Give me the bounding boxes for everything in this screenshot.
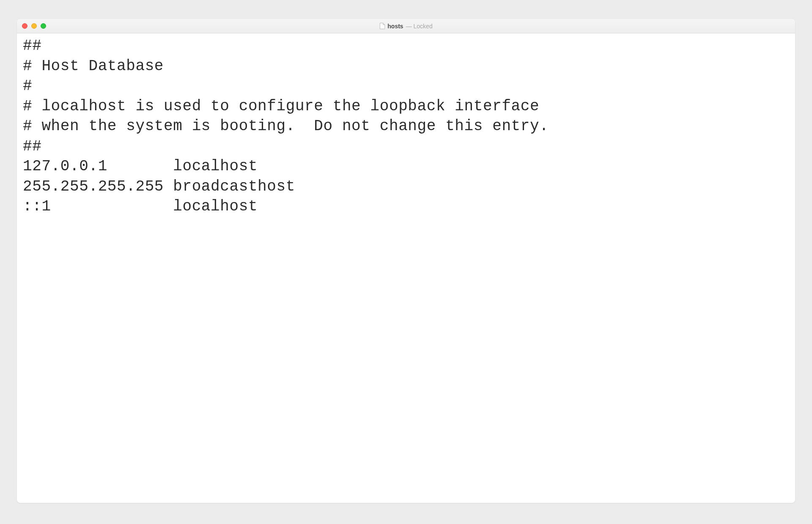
document-icon [379, 23, 385, 29]
status-label: — Locked [406, 23, 433, 30]
traffic-lights [22, 23, 46, 29]
text-edit-window: hosts — Locked ## # Host Database # # lo… [17, 19, 795, 503]
zoom-button[interactable] [41, 23, 46, 29]
minimize-button[interactable] [31, 23, 37, 29]
text-editor-content[interactable]: ## # Host Database # # localhost is used… [17, 33, 795, 503]
window-title: hosts — Locked [379, 23, 432, 30]
close-button[interactable] [22, 23, 27, 29]
filename-label: hosts [387, 23, 403, 30]
window-titlebar[interactable]: hosts — Locked [17, 19, 795, 33]
